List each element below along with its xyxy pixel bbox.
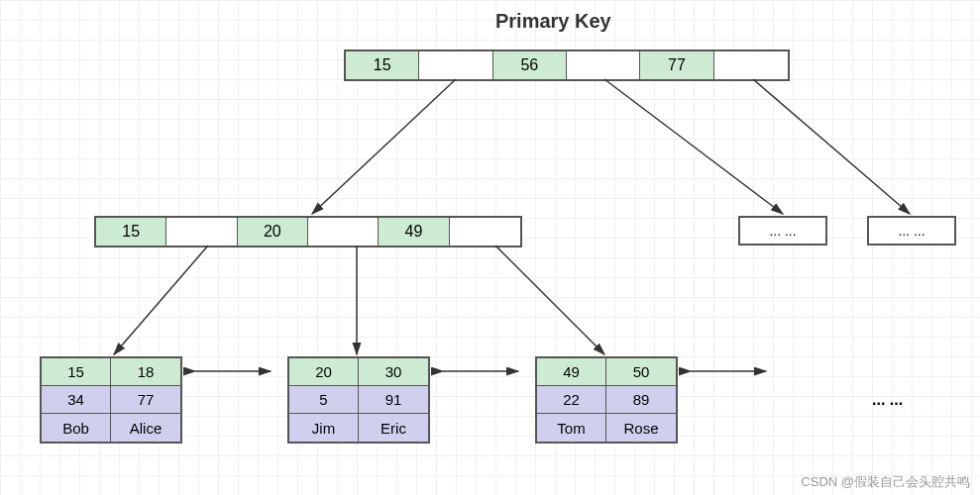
leaf0-key1: 18 [111,358,180,386]
svg-line-5 [495,246,604,354]
leaf-node-0: 15 18 34 77 Bob Alice [40,356,182,444]
diagram-title: Primary Key [495,10,611,33]
root-cell-5 [714,51,788,79]
root-node: 15 56 77 [344,50,790,81]
leaf1-val1-1: 91 [359,386,428,414]
leaf2-val2-0: Tom [537,414,606,442]
leaf2-val2-1: Rose [606,414,676,442]
leaf1-val2-0: Jim [289,414,359,442]
mid-cell-4: 49 [379,218,449,246]
leaf0-val2-0: Bob [42,414,111,442]
mid-cell-0: 15 [96,218,166,246]
leaf1-key0: 20 [289,358,359,386]
mid-cell-2: 20 [238,218,308,246]
root-cell-2: 56 [493,51,567,79]
root-cell-0: 15 [346,51,419,79]
svg-line-3 [114,246,208,354]
leaf-node-1: 20 30 5 91 Jim Eric [287,356,430,444]
watermark: CSDN @假装自己会头腔共鸣 [801,473,970,491]
leaf1-key1: 30 [359,358,428,386]
svg-line-2 [753,79,910,214]
trailing-ellipsis: ... ... [872,391,903,409]
leaf-node-2: 49 50 22 89 Tom Rose [535,356,678,444]
leaf1-val1-0: 5 [289,386,359,414]
svg-line-1 [604,79,783,214]
leaf0-key0: 15 [42,358,111,386]
leaf0-val1-1: 77 [111,386,180,414]
mid-ellipsis-1: ... ... [738,216,827,246]
leaf0-val2-1: Alice [111,414,180,442]
root-cell-1 [419,51,492,79]
root-cell-3 [567,51,640,79]
leaf2-val1-1: 89 [606,386,676,414]
mid-cell-3 [308,218,379,246]
mid-node-left: 15 20 49 [94,216,522,248]
mid-ellipsis-2: ... ... [867,216,956,246]
svg-line-0 [312,79,456,214]
leaf2-key0: 49 [537,358,606,386]
leaf0-val1-0: 34 [42,386,111,414]
leaf2-key1: 50 [606,358,676,386]
root-cell-4: 77 [640,51,713,79]
mid-cell-5 [450,218,520,246]
leaf2-val1-0: 22 [537,386,606,414]
leaf1-val2-1: Eric [359,414,428,442]
mid-cell-1 [166,218,237,246]
